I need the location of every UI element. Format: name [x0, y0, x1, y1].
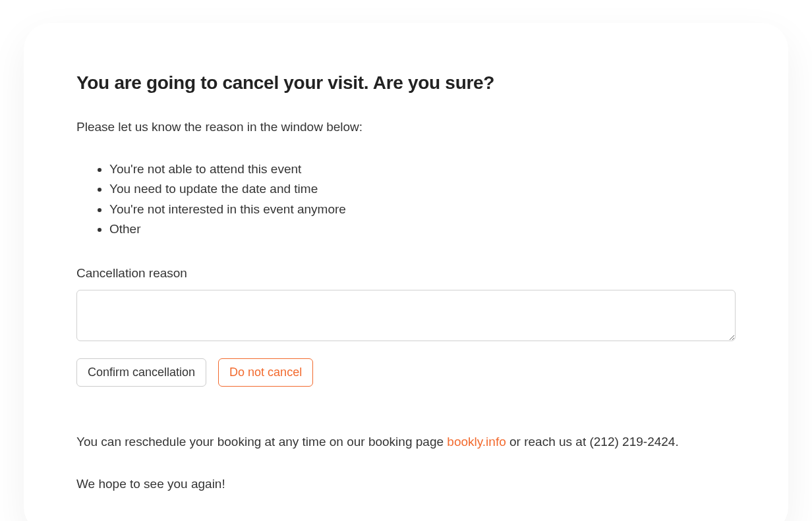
list-item: Other	[109, 219, 736, 239]
list-item: You need to update the date and time	[109, 179, 736, 199]
reschedule-prefix: You can reschedule your booking at any t…	[76, 435, 447, 449]
reason-field-label: Cancellation reason	[76, 266, 736, 281]
list-item: You're not able to attend this event	[109, 159, 736, 179]
do-not-cancel-button[interactable]: Do not cancel	[218, 358, 313, 387]
intro-text: Please let us know the reason in the win…	[76, 120, 736, 134]
cancellation-reason-input[interactable]	[76, 290, 736, 341]
button-row: Confirm cancellation Do not cancel	[76, 358, 736, 387]
closing-text: We hope to see you again!	[76, 475, 736, 494]
confirm-cancellation-button[interactable]: Confirm cancellation	[76, 358, 206, 387]
list-item: You're not interested in this event anym…	[109, 200, 736, 219]
booking-page-link[interactable]: bookly.info	[447, 435, 506, 449]
dialog-heading: You are going to cancel your visit. Are …	[76, 72, 736, 94]
reasons-list: You're not able to attend this event You…	[76, 159, 736, 240]
reschedule-info: You can reschedule your booking at any t…	[76, 433, 736, 452]
reschedule-suffix: or reach us at (212) 219-2424.	[506, 435, 679, 449]
cancellation-dialog: You are going to cancel your visit. Are …	[24, 23, 788, 521]
